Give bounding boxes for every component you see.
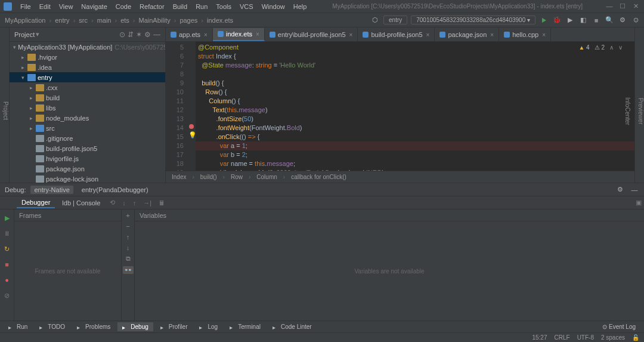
debug-settings-icon[interactable]: ⚙ [615,185,625,195]
titlebar: FileEditViewNavigateCodeRefactorBuildRun… [0,0,644,13]
menu-vcs[interactable]: VCS [236,2,257,11]
breadcrumb[interactable]: MyApplication›entry›src›main›ets›MainAbi… [4,17,234,24]
menu-navigate[interactable]: Navigate [78,2,110,11]
bottom-tab-debug[interactable]: ▸Debug [117,322,153,331]
tree-item[interactable]: ▸node_modules [10,113,165,123]
tree-item[interactable]: .gitignore [10,133,165,143]
layout-icon[interactable]: ▣ [633,199,644,207]
tree-item[interactable]: ▾entry [10,72,165,82]
editor-tab[interactable]: build-profile.json5× [358,28,435,41]
module-icon[interactable]: ⬡ [370,16,380,25]
maximize-button[interactable]: ☐ [618,2,627,10]
menu-code[interactable]: Code [112,2,135,11]
menu-run[interactable]: Run [192,2,211,11]
debug-config-1[interactable]: entry-Native [30,186,73,194]
menu-edit[interactable]: Edit [36,2,54,11]
run-button[interactable] [539,16,549,25]
run-to-cursor-icon[interactable]: →| [141,199,154,207]
event-log-tab[interactable]: ⊙ Event Log [597,322,640,331]
status-lineending[interactable]: CRLF [555,334,570,341]
search-icon[interactable]: 🔍 [605,16,614,25]
remove-watch-icon[interactable]: − [126,223,129,230]
bottom-tab-problems[interactable]: ▸Problems [72,322,115,331]
tree-item[interactable]: package-lock.json [10,174,165,183]
bottom-tab-log[interactable]: ▸Log [194,322,222,331]
settings-icon[interactable]: ⚙ [618,16,627,25]
editor-tab[interactable]: hello.cpp× [499,28,551,41]
resume-icon[interactable]: ▶ [2,213,12,223]
run-config[interactable]: entry [383,16,407,24]
bottom-tab-profiler[interactable]: ▸Profiler [156,322,193,331]
pause-icon[interactable]: ⏸ [2,229,12,238]
editor-tab[interactable]: app.ets× [166,28,213,41]
down-icon[interactable]: ↓ [126,244,130,251]
step-over-icon[interactable]: ⟲ [107,199,117,207]
copy-icon[interactable]: ⧉ [126,255,131,263]
locate-icon[interactable]: ⊙ [119,30,125,39]
tree-item[interactable]: build-profile.json5 [10,143,165,153]
mute-bp-icon[interactable]: ⊘ [2,291,12,300]
bottom-tab-run[interactable]: ▸Run [4,322,32,331]
bottom-tab-terminal[interactable]: ▸Terminal [225,322,265,331]
menu-build[interactable]: Build [169,2,191,11]
tree-item[interactable]: ▾MyApplication33 [MyApplication]C:\Users… [10,42,165,52]
debug-config-2[interactable]: entry(PandaDebugger) [78,186,152,194]
debug-button[interactable]: 🐞 [552,16,562,25]
menu-file[interactable]: File [17,2,35,11]
menu-window[interactable]: Window [258,2,289,11]
close-button[interactable]: ✕ [631,2,640,10]
debug-hide-icon[interactable]: — [630,185,639,195]
readonly-icon[interactable]: 🔓 [632,334,639,341]
tree-item[interactable]: hvigorfile.js [10,153,165,164]
step-out-icon[interactable]: ↑ [131,199,139,207]
tree-item[interactable]: ▸build [10,93,165,103]
hide-icon[interactable]: — [153,30,160,39]
editor-tab[interactable]: index.ets× [213,28,265,41]
debugger-tab[interactable]: Debugger [17,198,55,208]
project-tree[interactable]: ▾MyApplication33 [MyApplication]C:\Users… [10,42,165,183]
glasses-icon[interactable]: 👓 [123,266,134,274]
add-watch-icon[interactable]: + [126,212,129,219]
view-bp-icon[interactable]: ● [2,275,12,285]
tree-item[interactable]: ▸.hvigor [10,52,165,62]
restart-icon[interactable]: ↻ [2,244,12,254]
breakpoint-gutter[interactable]: 💡 [187,42,196,171]
menu-view[interactable]: View [55,2,77,11]
tree-item[interactable]: ▸.idea [10,62,165,72]
code-editor[interactable]: @Componentstruct Index { @State message:… [196,42,634,171]
tree-item[interactable]: ▸.cxx [10,82,165,93]
bottom-tab-code linter[interactable]: ▸Code Linter [268,322,317,331]
editor-crumbs[interactable]: Index›build()›Row›Column›callback for on… [166,171,634,183]
tree-item[interactable]: ▸src [10,123,165,133]
project-view-selector[interactable]: Project [14,31,35,38]
minimize-button[interactable]: — [605,2,614,10]
expand-icon[interactable]: ⇵ [128,30,134,39]
stop-icon[interactable]: ■ [2,260,12,269]
tree-item[interactable]: ▸libs [10,103,165,113]
menu-help[interactable]: Help [290,2,311,11]
editor-area: app.ets×index.ets×entry\build-profile.js… [166,27,634,183]
menu-refactor[interactable]: Refactor [136,2,168,11]
collapse-icon[interactable]: ✶ [136,30,142,39]
menu-tools[interactable]: Tools [212,2,235,11]
step-into-icon[interactable]: ↓ [120,199,128,207]
console-tab[interactable]: ldb | Console [57,198,105,208]
tree-item[interactable]: package.json [10,164,165,174]
right-tool-strip[interactable]: Previewer InfoCenter [634,27,644,183]
device-selector[interactable]: 70010054583239033288a26cd48403900 ▾ [411,16,535,24]
bottom-tab-todo[interactable]: ▸TODO [35,322,70,331]
left-tool-strip[interactable]: Project [0,27,10,183]
status-charset[interactable]: UTF-8 [577,334,594,341]
inspection-summary[interactable]: 4 ⚠ 2 [578,44,623,51]
up-icon[interactable]: ↑ [126,233,130,241]
coverage-button[interactable]: ▶ [565,16,575,25]
editor-tab[interactable]: entry\build-profile.json5× [265,28,358,41]
editor-tab[interactable]: package.json× [435,28,499,41]
status-indent[interactable]: 2 spaces [601,334,625,341]
profile-button[interactable]: ◧ [578,16,588,25]
stop-button[interactable]: ■ [592,16,601,25]
settings-icon[interactable]: ⚙ [144,30,151,39]
notify-icon[interactable]: ⊙ [631,16,640,25]
evaluate-icon[interactable]: 🖩 [156,199,168,207]
line-gutter[interactable]: 5678910111213141516171819202122232425 [166,42,187,171]
